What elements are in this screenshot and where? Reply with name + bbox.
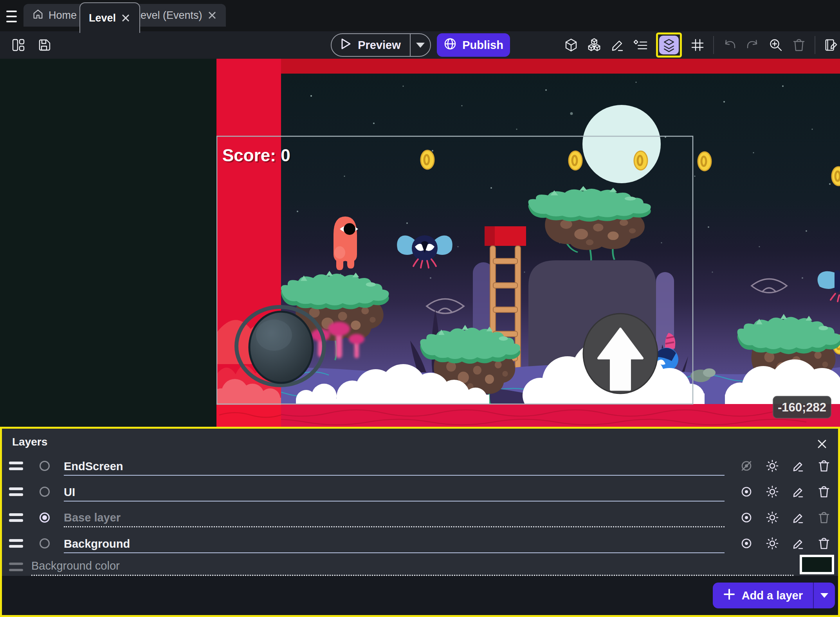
home-icon [32, 8, 44, 23]
layer-radio[interactable] [40, 487, 50, 497]
layer-name-field[interactable]: UI [64, 483, 725, 502]
delete-icon[interactable] [817, 485, 831, 499]
layer-row-background: Background [2, 530, 838, 556]
score-text-object[interactable]: Score: 0 Score: 0 [222, 146, 292, 166]
tab-label: Level [89, 12, 116, 24]
menu-icon[interactable] [6, 10, 18, 23]
layer-name-field[interactable]: Base layer [64, 509, 725, 527]
visibility-icon[interactable] [739, 485, 753, 499]
drag-handle-icon [9, 563, 23, 571]
divider [713, 36, 714, 54]
layer-name-field[interactable]: EndScreen [64, 458, 725, 476]
drag-handle-icon[interactable] [9, 539, 23, 548]
close-icon[interactable] [816, 438, 828, 450]
edit-icon[interactable] [791, 536, 805, 550]
delete-icon-disabled [817, 511, 831, 525]
layer-name-field[interactable]: Background [64, 535, 725, 553]
svg-text:-160;282: -160;282 [778, 401, 826, 414]
tab-label: Level (Events) [135, 9, 202, 22]
background-color-swatch[interactable] [800, 555, 834, 574]
moon[interactable] [582, 105, 661, 183]
globe-icon [443, 37, 457, 53]
drag-handle-icon[interactable] [9, 487, 23, 496]
delete-icon[interactable] [817, 536, 831, 550]
delete-icon[interactable] [817, 459, 831, 473]
add-layer-button[interactable]: Add a layer [713, 583, 835, 608]
divider [815, 36, 815, 54]
layer-row-ui: UI [2, 479, 838, 505]
grid-icon[interactable] [690, 38, 705, 52]
chevron-down-icon [820, 593, 828, 598]
plus-icon [723, 588, 735, 603]
play-icon [341, 38, 352, 52]
drag-handle-icon[interactable] [9, 462, 23, 470]
preview-options-button[interactable] [411, 43, 430, 48]
visibility-off-icon[interactable] [739, 459, 753, 473]
redo-icon[interactable] [745, 38, 760, 52]
visibility-icon[interactable] [739, 536, 753, 550]
effects-icon[interactable] [765, 459, 779, 473]
top-red-bar [216, 59, 840, 74]
edit-icon[interactable] [791, 511, 805, 525]
tab-bar: Home Level Level (Events) [0, 0, 840, 31]
layer-radio-selected[interactable] [40, 512, 50, 523]
background-color-label: Background color [31, 557, 793, 576]
cube-icon[interactable] [564, 38, 579, 52]
layer-radio[interactable] [40, 538, 50, 548]
undo-icon[interactable] [722, 38, 737, 52]
panels-icon[interactable] [11, 38, 26, 52]
background-color-row: Background color [2, 556, 838, 577]
tab-level[interactable]: Level [79, 2, 140, 33]
preview-button[interactable]: Preview [331, 33, 431, 57]
effects-icon[interactable] [765, 511, 779, 525]
game-scene: Score: 0 Score: 0 -160;282 [0, 59, 840, 427]
add-layer-options-button[interactable] [814, 583, 835, 608]
chevron-down-icon [416, 43, 425, 48]
effects-icon[interactable] [765, 485, 779, 499]
layers-icon-highlight[interactable] [656, 32, 682, 58]
cursor-coordinates-badge: -160;282 [773, 396, 831, 418]
tab-level-events[interactable]: Level (Events) [126, 4, 226, 27]
close-icon[interactable] [121, 13, 131, 23]
pencil-icon[interactable] [610, 38, 625, 52]
toolbar: Preview Publish [0, 31, 840, 59]
svg-text:Score: 0: Score: 0 [222, 146, 290, 165]
edit-icon[interactable] [791, 459, 805, 473]
jump-button[interactable] [583, 314, 658, 393]
close-icon[interactable] [207, 10, 217, 20]
publish-button[interactable]: Publish [437, 33, 510, 57]
drag-handle-icon[interactable] [9, 513, 23, 522]
publish-label: Publish [462, 39, 503, 52]
zoom-in-icon[interactable] [768, 38, 783, 52]
layer-radio[interactable] [40, 461, 50, 471]
add-layer-label: Add a layer [742, 589, 803, 602]
effects-icon[interactable] [765, 536, 779, 550]
instances-list-icon[interactable] [633, 38, 648, 52]
layer-row-endscreen: EndScreen [2, 453, 838, 479]
objects-icon[interactable] [587, 38, 602, 52]
edit-scene-icon[interactable] [824, 38, 838, 52]
layers-panel: Layers EndScreen [0, 427, 840, 617]
panel-title: Layers [12, 436, 47, 448]
trash-icon[interactable] [791, 38, 806, 52]
scene-canvas[interactable]: Score: 0 Score: 0 -160;282 [0, 59, 840, 427]
layer-row-base: Base layer [2, 505, 838, 530]
tab-label: Home [49, 9, 77, 22]
save-icon[interactable] [37, 38, 52, 52]
edit-icon[interactable] [791, 485, 805, 499]
preview-label: Preview [358, 39, 401, 52]
visibility-icon[interactable] [739, 511, 753, 525]
layers-icon[interactable] [659, 36, 679, 54]
joystick[interactable] [236, 307, 324, 385]
color-value [802, 557, 832, 572]
panel-footer: Add a layer [2, 576, 838, 615]
tab-home[interactable]: Home [23, 4, 85, 27]
